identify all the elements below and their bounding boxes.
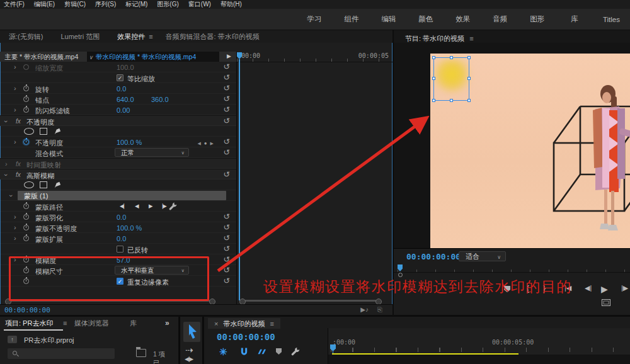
tab-lumetri-scopes[interactable]: Lumetri 范围 (52, 32, 108, 42)
twirl-icon[interactable]: › (3, 120, 10, 123)
mask-handle[interactable] (467, 99, 471, 102)
effect-row-mask-expansion[interactable]: ›蒙版扩展0.0↺ (0, 233, 236, 244)
tab-overflow-chevron[interactable]: » (165, 319, 169, 327)
twirl-icon[interactable]: › (5, 160, 8, 168)
effect-row-opacity[interactable]: ›不透明度100.0 %◀●▶↺ (0, 137, 236, 147)
menu-item[interactable]: 标记(M) (125, 0, 147, 9)
play-audio-icon[interactable]: ▶♪ (360, 306, 369, 313)
go-to-in-icon[interactable]: |◀ (564, 284, 571, 292)
show-keyframes-arrow-icon[interactable]: ▶ (227, 53, 231, 59)
prev-keyframe-icon[interactable]: ◀ (197, 141, 200, 145)
master-clip-label[interactable]: 主要 * 带水印的视频.mp4 (4, 53, 78, 62)
effect-row-rotation[interactable]: ›旋转0.0↺ (0, 83, 236, 94)
stopwatch-icon[interactable] (23, 225, 29, 230)
property-value[interactable]: 640.0 (117, 96, 134, 103)
next-keyframe-icon[interactable]: ▶ (210, 141, 214, 145)
panel-menu-icon[interactable]: ≡ (149, 33, 152, 40)
mask-selection-rect[interactable] (433, 57, 469, 101)
tab-effect-controls[interactable]: 效果控件 (108, 32, 154, 42)
close-tab-icon[interactable]: × (214, 320, 218, 327)
effects-mini-timeline[interactable]: 00:00 00:00:05 (236, 52, 392, 304)
effect-row-time-remapping-section[interactable]: ›fx时间重映射 (0, 158, 236, 169)
tab-audio-clip-mixer[interactable]: 音频剪辑混合器: 带水印的视频 (157, 32, 268, 42)
effect-row-mask-1[interactable]: ›蒙版 (1) (0, 190, 236, 201)
program-ruler[interactable] (394, 264, 630, 273)
workspace-tab[interactable]: 组件 (333, 14, 370, 24)
effect-row-blend-mode[interactable]: 混合模式正常∨↺ (0, 147, 236, 158)
pen-mask-icon[interactable] (54, 181, 62, 189)
reset-icon[interactable]: ↺ (224, 62, 230, 71)
play-fwd-icon[interactable]: ▶ (149, 203, 152, 209)
tab-source-monitor[interactable]: 源:(无剪辑) (0, 32, 52, 42)
reset-icon[interactable]: ↺ (224, 148, 230, 157)
reset-icon[interactable]: ↺ (224, 266, 230, 275)
effect-row-opacity-mask-tools[interactable] (0, 126, 236, 137)
add-marker-icon[interactable] (504, 286, 510, 292)
property-value[interactable]: 0.0 (117, 85, 126, 93)
step-forward-icon[interactable]: |▶ (621, 284, 628, 292)
workspace-tab[interactable]: 编辑 (370, 14, 407, 24)
effect-row-mask-feather[interactable]: ›蒙版羽化0.0↺ (0, 212, 236, 222)
reset-icon[interactable]: ↺ (224, 223, 230, 232)
property-value[interactable]: 100.0 % (117, 139, 142, 146)
twirl-icon[interactable]: › (8, 195, 15, 197)
zoom-level-dropdown[interactable]: 适合 ∨ (459, 251, 506, 261)
dropdown[interactable]: 正常∨ (115, 148, 189, 157)
twirl-icon[interactable]: › (14, 256, 16, 263)
workspace-tab[interactable]: 库 (556, 14, 593, 24)
stopwatch-icon[interactable] (23, 96, 29, 102)
properties-scrollbar[interactable] (8, 300, 213, 302)
sequence-tab[interactable]: ×带水印的视频≡ (208, 318, 280, 329)
next-keyframe-icon[interactable]: |▶ (162, 203, 166, 209)
stopwatch-icon[interactable] (23, 214, 29, 220)
dropdown[interactable]: 水平和垂直∨ (115, 266, 189, 275)
effects-timecode[interactable]: 00:00:00:00 (4, 306, 50, 314)
twirl-icon[interactable]: › (14, 106, 16, 113)
effect-row-opacity-section[interactable]: ›fx不透明度↺ (0, 115, 236, 126)
workspace-tab[interactable]: 音频 (481, 14, 518, 24)
nest-toggle-icon[interactable]: ✳ (219, 346, 227, 358)
effect-row-blur-mask-tools[interactable] (0, 179, 236, 190)
mask-handle[interactable] (450, 99, 453, 102)
twirl-icon[interactable]: › (3, 174, 10, 176)
add-keyframe-icon[interactable]: ● (204, 140, 207, 146)
reset-icon[interactable]: ↺ (224, 137, 230, 146)
selection-tool[interactable] (183, 322, 200, 342)
reset-icon[interactable]: ↺ (224, 244, 230, 253)
twirl-icon[interactable]: › (14, 63, 16, 71)
menu-item[interactable]: 剪辑(C) (64, 0, 86, 9)
checkbox[interactable] (117, 246, 123, 253)
reset-icon[interactable]: ↺ (224, 73, 230, 82)
program-monitor-tab[interactable]: 节目: 带水印的视频≡ (405, 34, 474, 43)
effect-row-uniform-scale[interactable]: ✓等比缩放↺ (0, 72, 236, 83)
reset-icon[interactable]: ↺ (224, 170, 230, 179)
mask-item-highlight[interactable]: 蒙版 (1) (18, 191, 226, 200)
write-keyframes-icon[interactable]: ⎘ (377, 306, 382, 314)
snap-magnet-icon[interactable] (239, 347, 249, 356)
checkbox[interactable]: ✓ (117, 278, 123, 285)
tab-libraries[interactable]: 库 (130, 319, 137, 328)
effect-row-inverted[interactable]: 已反转↺ (0, 244, 236, 254)
timeline-marker-icon[interactable] (276, 348, 282, 355)
mask-handle[interactable] (450, 56, 453, 59)
menu-item[interactable]: 图形(G) (157, 0, 178, 9)
panel-menu-icon[interactable]: ≡ (63, 319, 67, 327)
stopwatch-icon[interactable] (23, 268, 29, 273)
timeline-tracks[interactable] (328, 355, 630, 364)
workspace-tab[interactable]: 效果 (444, 14, 481, 24)
effect-row-mask-opacity[interactable]: ›蒙版不透明度100.0 %↺ (0, 222, 236, 233)
property-value[interactable]: 0.0 (117, 235, 126, 242)
workspace-tab[interactable]: 颜色 (407, 14, 444, 24)
step-back-icon[interactable]: ◀| (585, 284, 592, 292)
workspace-tab[interactable]: 学习 (296, 14, 333, 24)
reset-icon[interactable]: ↺ (224, 84, 230, 93)
reset-icon[interactable]: ↺ (224, 234, 230, 242)
mask-handle[interactable] (467, 56, 471, 59)
stopwatch-icon[interactable] (23, 257, 29, 263)
property-value-2[interactable]: 360.0 (151, 96, 169, 103)
menu-item[interactable]: 序列(S) (95, 0, 116, 9)
effect-row-blur-dimensions[interactable]: 模糊尺寸水平和垂直∨↺ (0, 265, 236, 276)
play-back-icon[interactable]: ◀ (135, 203, 139, 209)
project-file-name[interactable]: PR去水印.prproj (24, 336, 74, 345)
stopwatch-icon[interactable] (23, 107, 29, 113)
